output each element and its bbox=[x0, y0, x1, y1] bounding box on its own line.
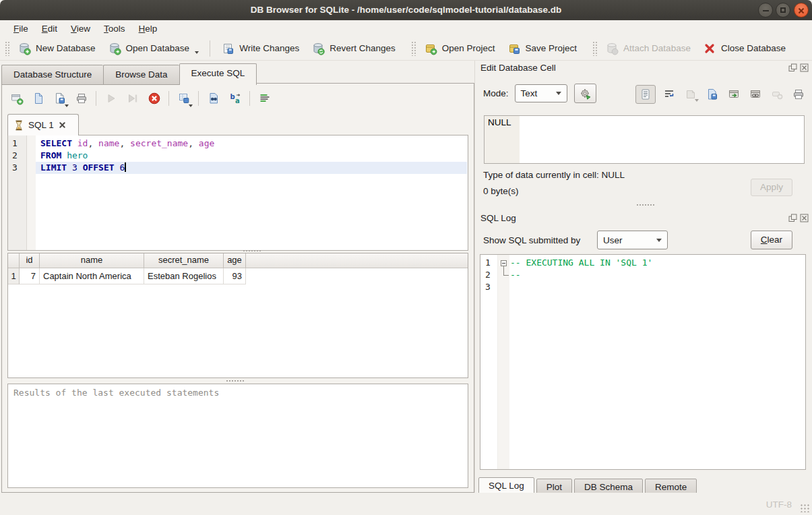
splitter-handle[interactable] bbox=[243, 250, 261, 251]
open-file-icon bbox=[32, 92, 45, 105]
stop-execution-button[interactable] bbox=[145, 90, 163, 108]
execute-line-button bbox=[123, 90, 142, 108]
link-icon bbox=[749, 88, 762, 101]
fold-collapse-icon[interactable] bbox=[501, 260, 507, 266]
format-sql-icon bbox=[258, 92, 272, 105]
cell-secret-name[interactable]: Esteban Rogelios bbox=[144, 268, 224, 284]
new-database-button[interactable]: New Database bbox=[11, 38, 102, 59]
menu-file[interactable]: File bbox=[7, 22, 35, 35]
hourglass-icon bbox=[14, 120, 24, 131]
column-header-age[interactable]: age bbox=[224, 253, 246, 268]
open-database-button[interactable]: Open Database bbox=[102, 38, 206, 59]
status-bar: UTF-8 bbox=[0, 493, 812, 515]
db-browser-window: DB Browser for SQLite - /home/user/code/… bbox=[0, 0, 812, 515]
dock-splitter-handle[interactable] bbox=[637, 204, 654, 206]
toolbar-separator bbox=[210, 40, 210, 57]
auto-apply-button[interactable] bbox=[574, 84, 596, 103]
float-dock-icon[interactable] bbox=[788, 214, 797, 222]
dock-controls bbox=[788, 63, 809, 72]
chevron-down-icon[interactable] bbox=[65, 104, 69, 107]
results-message-box[interactable]: Results of the last executed statements bbox=[7, 384, 468, 488]
export-cell-data-button[interactable] bbox=[726, 86, 742, 102]
menu-edit[interactable]: Edit bbox=[35, 22, 64, 35]
toolbar-separator bbox=[249, 91, 250, 106]
results-grid[interactable]: id name secret_name age 1 7 Captain Nort… bbox=[7, 253, 468, 378]
write-changes-button[interactable]: Write Changes bbox=[215, 38, 305, 59]
copy-link-button[interactable] bbox=[747, 86, 763, 102]
cell-editor[interactable]: NULL bbox=[484, 115, 805, 164]
print-sql-button[interactable] bbox=[72, 90, 90, 108]
sql-toolbar: ba bbox=[7, 88, 274, 109]
close-dock-icon[interactable] bbox=[800, 214, 809, 222]
toolbar-button-label: Open Database bbox=[126, 43, 190, 53]
tab-execute-sql[interactable]: Execute SQL bbox=[179, 63, 257, 85]
toolbar-button-label: Attach Database bbox=[623, 43, 691, 53]
menu-help[interactable]: Help bbox=[132, 22, 164, 35]
close-button[interactable] bbox=[794, 3, 809, 18]
toolbar-drag-handle[interactable] bbox=[5, 41, 9, 56]
float-dock-icon[interactable] bbox=[788, 63, 797, 72]
open-sql-file-button[interactable] bbox=[29, 90, 47, 108]
sql-editor-tab[interactable]: SQL 1 bbox=[7, 114, 79, 135]
revert-changes-button[interactable]: Revert Changes bbox=[305, 38, 402, 59]
save-sql-file-button[interactable] bbox=[51, 90, 69, 108]
find-button[interactable] bbox=[204, 90, 222, 108]
minimize-button[interactable] bbox=[758, 3, 773, 18]
sql-log-editor[interactable]: 1 2 3 -- EXECUTING ALL IN 'SQL 1' -- bbox=[480, 254, 806, 470]
cell-age[interactable]: 93 bbox=[224, 268, 246, 284]
column-header-secret-name[interactable]: secret_name bbox=[144, 253, 224, 268]
column-header-name[interactable]: name bbox=[40, 253, 144, 268]
log-filter-row: Show SQL submitted by bbox=[483, 231, 580, 249]
mode-label: Mode: bbox=[483, 88, 509, 98]
toolbar-drag-handle[interactable] bbox=[411, 41, 416, 56]
printer-icon bbox=[75, 92, 88, 105]
cell-id[interactable]: 7 bbox=[20, 268, 40, 284]
titlebar[interactable]: DB Browser for SQLite - /home/user/code/… bbox=[0, 0, 812, 20]
menu-tools[interactable]: Tools bbox=[97, 22, 132, 35]
table-row[interactable]: 1 7 Captain North America Esteban Rogeli… bbox=[8, 268, 468, 284]
save-project-button[interactable]: Save Project bbox=[501, 38, 584, 59]
chevron-down-icon[interactable] bbox=[189, 104, 193, 107]
log-filter-select[interactable]: User bbox=[597, 231, 668, 249]
find-icon bbox=[207, 92, 220, 105]
cell-name[interactable]: Captain North America bbox=[40, 268, 144, 284]
clear-log-button[interactable]: Clear bbox=[751, 231, 792, 249]
execute-all-button bbox=[102, 90, 120, 108]
tab-browse-data[interactable]: Browse Data bbox=[103, 65, 179, 85]
import-cell-data-button[interactable] bbox=[704, 86, 720, 102]
splitter-handle[interactable] bbox=[226, 380, 244, 382]
play-to-line-icon bbox=[126, 92, 139, 105]
menu-view[interactable]: View bbox=[64, 22, 97, 35]
save-results-icon bbox=[177, 92, 191, 105]
log-line: -- EXECUTING ALL IN 'SQL 1' bbox=[510, 257, 805, 269]
close-dock-icon[interactable] bbox=[800, 63, 809, 72]
tab-close-icon[interactable] bbox=[59, 121, 66, 129]
stop-icon bbox=[148, 92, 161, 105]
maximize-button[interactable] bbox=[776, 3, 790, 18]
save-results-button[interactable] bbox=[175, 90, 193, 108]
project-save-icon bbox=[507, 42, 521, 55]
toolbar-drag-handle[interactable] bbox=[592, 41, 597, 56]
tab-database-structure[interactable]: Database Structure bbox=[1, 65, 103, 85]
row-number[interactable]: 1 bbox=[8, 268, 20, 284]
word-wrap-button[interactable] bbox=[661, 86, 677, 102]
resize-grip[interactable] bbox=[800, 504, 810, 512]
grid-corner-cell[interactable] bbox=[8, 253, 20, 268]
code-line: SELECT id, name, secret_name, age bbox=[36, 138, 467, 150]
text-mode-button[interactable] bbox=[635, 85, 656, 104]
svg-text:b: b bbox=[230, 93, 235, 100]
print-cell-button[interactable] bbox=[790, 86, 807, 102]
find-replace-button[interactable]: ba bbox=[226, 90, 244, 108]
mode-select[interactable]: Text bbox=[515, 84, 567, 102]
main-toolbar: New Database Open Database Write Changes… bbox=[0, 36, 812, 61]
column-header-id[interactable]: id bbox=[20, 253, 40, 268]
open-project-button[interactable]: Open Project bbox=[418, 38, 501, 59]
new-sql-tab-button[interactable] bbox=[7, 90, 26, 108]
chevron-down-icon[interactable] bbox=[195, 51, 199, 54]
attach-database-button: Attach Database bbox=[599, 38, 697, 59]
close-database-button[interactable]: Close Database bbox=[697, 38, 792, 59]
format-sql-button[interactable] bbox=[255, 90, 274, 108]
find-replace-icon: ba bbox=[228, 92, 242, 105]
sql-editor[interactable]: 1 2 3 SELECT id, name, secret_name, age … bbox=[7, 135, 468, 251]
chevron-down-icon bbox=[656, 239, 662, 242]
